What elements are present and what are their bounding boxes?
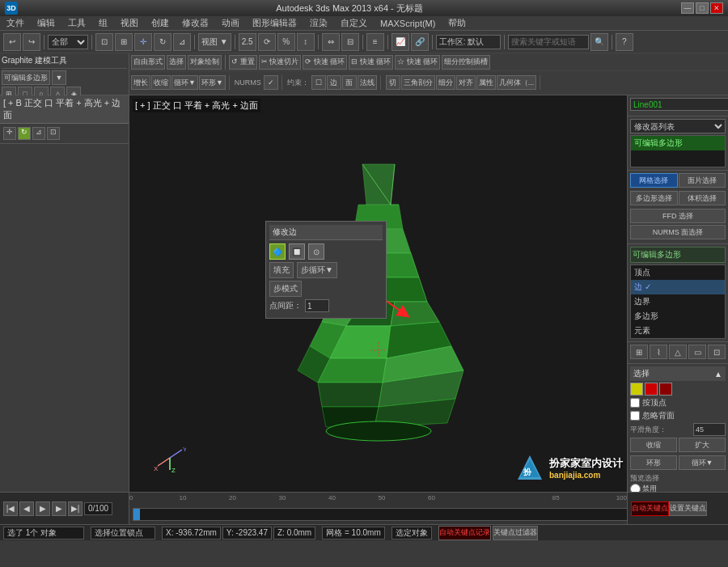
align-btn[interactable]: ⊟: [341, 33, 359, 51]
viewport-area[interactable]: [ + ] 正交 口 平着 + 高光 + 边面: [129, 95, 627, 492]
ring-btn[interactable]: 环形▼: [199, 75, 226, 90]
timeline-thumb[interactable]: [133, 509, 140, 520]
timeline-start-btn[interactable]: |◀: [3, 501, 18, 516]
poly-select-btn[interactable]: 多边形选择: [630, 191, 678, 205]
select-rotate-btn[interactable]: ↻: [154, 33, 171, 51]
menu-render[interactable]: 渲染: [307, 16, 331, 30]
subobj-icon2[interactable]: ⌇: [650, 345, 667, 359]
search-input[interactable]: [508, 35, 589, 49]
constrain-edge-btn[interactable]: 边: [327, 75, 341, 90]
cut-btn[interactable]: 切: [386, 75, 400, 90]
menu-graph-editor[interactable]: 图形编辑器: [249, 16, 300, 30]
scale-tool-btn[interactable]: ⊿: [32, 127, 45, 140]
angle-snap-btn[interactable]: ⟳: [258, 33, 276, 51]
grow-btn[interactable]: 增长: [131, 75, 150, 90]
timeline-end-btn[interactable]: ▶|: [68, 501, 83, 516]
generate-btn[interactable]: ☆ 快速 循环: [395, 55, 440, 70]
select-scale-btn[interactable]: ⊿: [173, 33, 191, 51]
menu-help[interactable]: 帮助: [445, 16, 469, 30]
menu-modifier[interactable]: 修改器: [179, 16, 212, 30]
auto-key-toggle[interactable]: 自动关键点记录: [438, 526, 491, 540]
retopology-btn[interactable]: 细分: [436, 75, 455, 90]
angle-input[interactable]: [693, 423, 726, 436]
subobj-vertex[interactable]: 顶点: [631, 265, 725, 280]
menu-view[interactable]: 视图: [117, 16, 142, 30]
help-btn[interactable]: ?: [616, 33, 633, 51]
move-tool-btn[interactable]: ✛: [3, 127, 16, 140]
undo-button[interactable]: ↩: [3, 33, 21, 51]
auto-key-btn[interactable]: 自动关键点: [631, 501, 669, 516]
popup-stepmode-btn[interactable]: 步模式: [269, 281, 302, 297]
timeline-track[interactable]: [133, 508, 627, 521]
popup-dist-input[interactable]: [305, 299, 329, 312]
snap-2d5-btn[interactable]: 2.5: [239, 33, 256, 51]
select-filter-dropdown[interactable]: 全部: [48, 35, 88, 49]
subobj-icon1[interactable]: ⊞: [630, 345, 648, 359]
rotate-tool-btn[interactable]: ↻: [18, 127, 31, 140]
subobj-border[interactable]: 边界: [631, 294, 725, 309]
loop-btn2[interactable]: 循环▼: [679, 455, 726, 470]
subobj-edge[interactable]: 边 ✓: [631, 280, 725, 294]
graphite-tab-freeform[interactable]: 自由形式: [131, 55, 165, 70]
properties-btn[interactable]: 属性: [476, 75, 496, 90]
subdivide-btn[interactable]: 细分控制插槽: [442, 55, 490, 70]
select-tool-btn[interactable]: ⊡: [47, 127, 60, 140]
fastloop-btn[interactable]: ⟳ 快速 循环: [303, 55, 347, 70]
menu-maxscript[interactable]: MAXScript(M): [377, 18, 438, 29]
search-btn[interactable]: 🔍: [590, 33, 608, 51]
popup-icon-dot[interactable]: ⊙: [308, 243, 324, 260]
subobj-icon4[interactable]: ▭: [688, 345, 706, 359]
close-button[interactable]: ✕: [710, 2, 723, 14]
constrain-face-btn[interactable]: 面: [342, 75, 357, 90]
graphite-poly-btn[interactable]: 可编辑多边形: [2, 70, 50, 85]
maximize-button[interactable]: □: [696, 2, 709, 14]
popup-steploop-btn[interactable]: 步循环▼: [297, 262, 337, 278]
select-region-btn[interactable]: ⊞: [115, 33, 133, 51]
menu-custom[interactable]: 自定义: [337, 16, 370, 30]
percent-snap-btn[interactable]: %: [277, 33, 295, 51]
fastslice-btn[interactable]: ✂ 快速切片: [259, 55, 302, 70]
curve-editor-btn[interactable]: 📈: [392, 33, 409, 51]
spinner-snap-btn[interactable]: ↕: [297, 33, 315, 51]
shrink-btn[interactable]: 收缩: [151, 75, 171, 90]
sel-color-yellow[interactable]: [630, 383, 643, 396]
render-preset-input[interactable]: [436, 35, 501, 49]
menu-edit[interactable]: 编辑: [34, 16, 58, 30]
patch-select-btn[interactable]: 面片选择: [679, 173, 726, 188]
menu-create[interactable]: 创建: [148, 16, 172, 30]
popup-icon-outline[interactable]: 🔷: [269, 243, 286, 260]
reset-btn[interactable]: ↺ 重置: [229, 55, 257, 70]
graphite-more-btn[interactable]: ▼: [52, 70, 66, 85]
solid-btn[interactable]: 几何体（...: [497, 75, 537, 90]
triangle-divide-btn[interactable]: 三角剖分: [401, 75, 435, 90]
shrink-btn2[interactable]: 收缩: [630, 438, 677, 452]
popup-icon-box[interactable]: 🔲: [289, 243, 305, 260]
set-key-btn[interactable]: 设置关键点: [669, 501, 707, 516]
by-vertex-checkbox[interactable]: [630, 398, 640, 408]
menu-file[interactable]: 文件: [3, 16, 28, 30]
ignore-back-checkbox[interactable]: [630, 411, 640, 421]
grow-btn2[interactable]: 扩大: [679, 438, 726, 452]
key-filters-btn[interactable]: 关键点过滤器: [493, 526, 538, 540]
sel-color-darkred[interactable]: [659, 383, 672, 396]
vol-select-btn[interactable]: 体积选择: [679, 191, 726, 205]
redo-button[interactable]: ↪: [23, 33, 40, 51]
select-move-btn[interactable]: ✛: [134, 33, 152, 51]
timeline-main[interactable]: 0 10 20 30 40 50 60 85 100: [129, 493, 627, 524]
menu-tools[interactable]: 工具: [65, 16, 89, 30]
constrain-none-btn[interactable]: ☐: [311, 75, 326, 90]
subobj-polygon[interactable]: 多边形: [631, 309, 725, 324]
sel-color-red[interactable]: [645, 383, 658, 396]
makeplanar-btn[interactable]: ⊟ 快速 循环: [349, 55, 393, 70]
layer-mgr-btn[interactable]: ≡: [366, 33, 384, 51]
constrain-normal-btn[interactable]: 法线: [358, 75, 377, 90]
subobj-icon3[interactable]: △: [669, 345, 687, 359]
loop-btn[interactable]: 循环▼: [171, 75, 198, 90]
menu-group[interactable]: 组: [95, 16, 111, 30]
nurms-btn[interactable]: ✓: [264, 75, 278, 90]
menu-animation[interactable]: 动画: [218, 16, 243, 30]
graphite-tab-select[interactable]: 选择: [167, 55, 186, 70]
object-name-input[interactable]: [630, 98, 728, 111]
subobj-element[interactable]: 元素: [631, 324, 725, 338]
graphite-tab-objdraw[interactable]: 对象绘制: [188, 55, 222, 70]
